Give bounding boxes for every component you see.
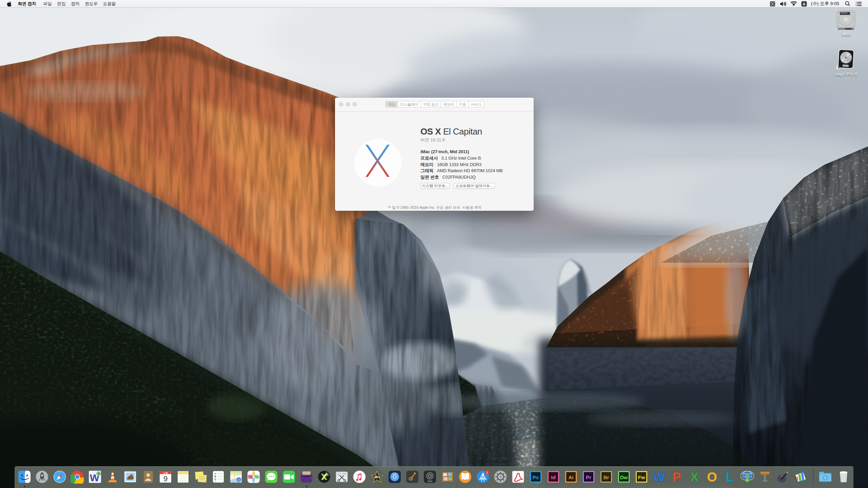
svg-text:9: 9 — [163, 474, 167, 483]
svg-text:P: P — [672, 470, 681, 484]
svg-text:Fw: Fw — [638, 474, 645, 480]
svg-text:Ai: Ai — [569, 474, 574, 480]
svg-text:W: W — [653, 470, 665, 484]
svg-text:Dw: Dw — [620, 474, 628, 480]
svg-text:1: 1 — [486, 471, 488, 474]
svg-text:Pr: Pr — [586, 474, 591, 480]
svg-text:X: X — [690, 470, 699, 484]
svg-text:12월: 12월 — [163, 472, 168, 474]
svg-text:Br: Br — [604, 474, 609, 480]
svg-text:3D: 3D — [237, 479, 240, 481]
svg-text:Ps: Ps — [533, 474, 539, 480]
svg-text:A: A — [803, 2, 805, 6]
svg-text:L: L — [726, 470, 733, 484]
svg-text:Id: Id — [551, 474, 555, 480]
svg-text:O: O — [707, 470, 717, 484]
